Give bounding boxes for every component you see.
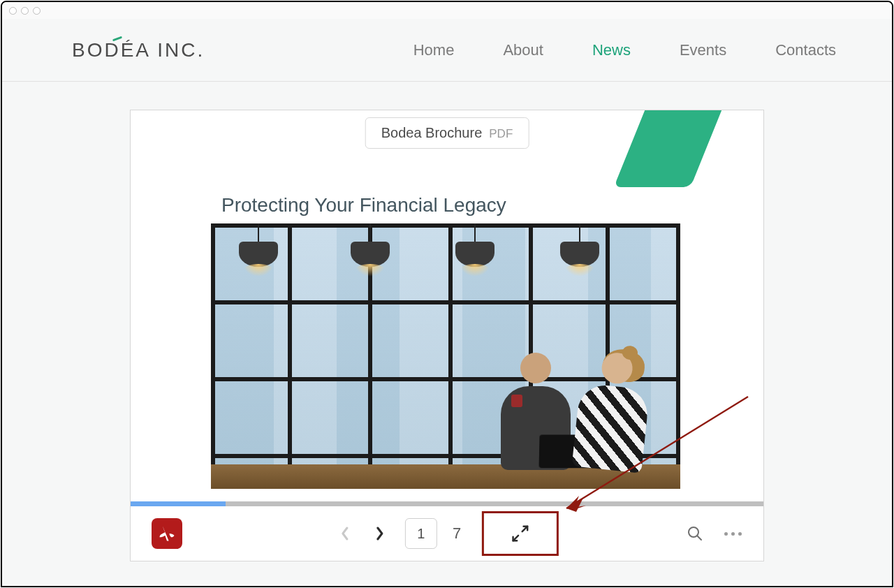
site-header: BODÉA INC. Home About News Events Contac… <box>2 19 892 82</box>
prev-page-button[interactable] <box>335 524 355 543</box>
pdf-toolbar: 1 7 <box>131 506 763 561</box>
fullscreen-icon <box>510 523 531 544</box>
brand-name: BODÉA INC. <box>72 39 205 61</box>
brand-logo[interactable]: BODÉA INC. <box>72 39 205 61</box>
page-progress-bar[interactable] <box>131 501 763 506</box>
next-page-button[interactable] <box>370 524 390 543</box>
total-pages: 7 <box>453 524 461 543</box>
search-icon <box>687 525 703 542</box>
window-minimize-icon[interactable] <box>21 7 29 15</box>
current-page-input[interactable]: 1 <box>405 518 437 549</box>
main-nav: Home About News Events Contacts <box>413 41 836 59</box>
fullscreen-button[interactable] <box>482 511 559 556</box>
page-progress-fill <box>131 501 226 506</box>
document-extension: PDF <box>489 127 513 141</box>
nav-home[interactable]: Home <box>413 41 455 59</box>
nav-news[interactable]: News <box>592 41 631 59</box>
nav-contacts[interactable]: Contacts <box>775 41 836 59</box>
more-options-button[interactable] <box>723 524 742 543</box>
search-button[interactable] <box>685 524 705 543</box>
pdf-page[interactable]: Protecting Your Financial Legacy <box>131 110 763 501</box>
brochure-accent-shape <box>614 110 724 187</box>
window-close-icon[interactable] <box>9 7 17 15</box>
current-page-value: 1 <box>417 526 425 542</box>
brochure-photo <box>211 223 680 489</box>
acrobat-icon[interactable] <box>152 518 182 549</box>
nav-events[interactable]: Events <box>680 41 726 59</box>
window-titlebar <box>2 2 892 19</box>
pdf-viewer: Bodea Brochure PDF Protecting Your Finan… <box>130 110 764 561</box>
window-zoom-icon[interactable] <box>33 7 41 15</box>
page-heading: Protecting Your Financial Legacy <box>221 194 506 216</box>
more-options-icon <box>724 532 742 536</box>
document-title: Bodea Brochure <box>381 125 483 141</box>
document-badge[interactable]: Bodea Brochure PDF <box>365 117 529 149</box>
nav-about[interactable]: About <box>503 41 543 59</box>
svg-line-1 <box>697 536 701 540</box>
